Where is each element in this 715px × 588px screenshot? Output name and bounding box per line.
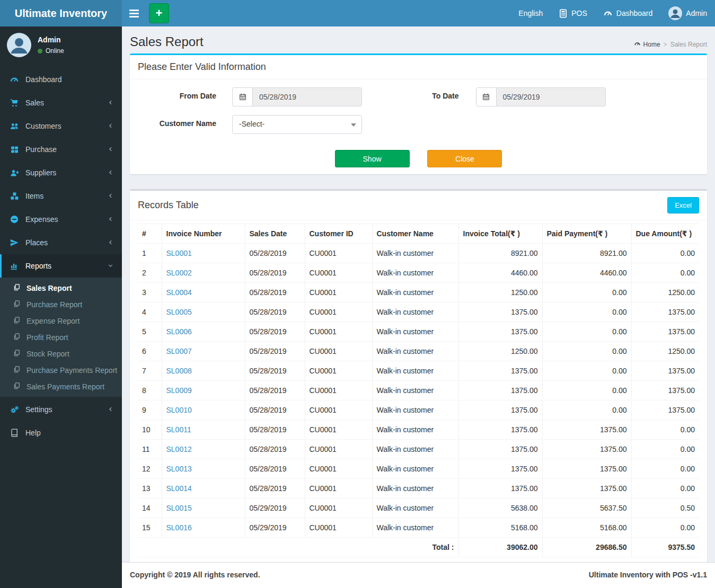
sidebar-item-suppliers[interactable]: Suppliers [0, 161, 122, 184]
cell-paid-payment: 0.00 [542, 342, 631, 361]
cell-customer-name: Walk-in customer [372, 518, 458, 538]
cell-invoice-total: 1375.00 [458, 420, 542, 440]
invoice-link[interactable]: SL0008 [166, 367, 192, 375]
total-label: Total : [138, 538, 458, 557]
cell-sales-date: 05/28/2019 [245, 479, 305, 498]
calendar-icon [476, 87, 496, 106]
submenu-item-purchase-payments-report[interactable]: Purchase Payments Report [0, 362, 122, 378]
sidebar-item-dashboard[interactable]: Dashboard [0, 68, 122, 91]
plus-icon: + [156, 6, 163, 20]
sidebar-item-reports[interactable]: Reports [0, 254, 122, 278]
page-title: Sales Report [130, 34, 707, 49]
cell-invoice: SL0002 [162, 263, 245, 283]
language-menu[interactable]: English [510, 0, 551, 26]
brand-logo[interactable]: Ultimate Inventory [0, 0, 122, 26]
gauge-icon [603, 8, 613, 18]
excel-export-button[interactable]: Excel [667, 197, 699, 213]
user-plus-icon [9, 167, 20, 178]
files-icon [13, 300, 22, 309]
cell-paid-payment: 1375.00 [542, 440, 631, 459]
sidebar-item-purchase[interactable]: Purchase [0, 138, 122, 161]
cell-due-amount: 0.00 [631, 518, 699, 538]
invoice-link[interactable]: SL0010 [166, 406, 192, 414]
cell-due-amount: 0.00 [631, 420, 699, 440]
invoice-link[interactable]: SL0013 [166, 465, 192, 473]
table-row: 12SL001305/28/2019CU0001Walk-in customer… [138, 459, 699, 479]
from-date-label: From Date [138, 87, 232, 106]
invoice-link[interactable]: SL0009 [166, 386, 192, 395]
customer-select[interactable]: -Select- [232, 115, 362, 134]
pos-link[interactable]: POS [551, 0, 595, 26]
version-text: Ultimate Inventory with POS -v1.1 [589, 571, 707, 579]
cell-sales-date: 05/28/2019 [245, 381, 305, 400]
user-menu[interactable]: Admin [660, 0, 715, 26]
from-date-input[interactable] [252, 87, 362, 106]
cell-invoice-total: 1375.00 [458, 440, 542, 459]
gears-icon [9, 404, 20, 415]
invoice-link[interactable]: SL0011 [166, 425, 191, 434]
sidebar-item-expenses[interactable]: Expenses [0, 208, 122, 231]
invoice-link[interactable]: SL0012 [166, 445, 192, 453]
gauge-icon [634, 40, 641, 49]
table-row: 13SL001405/28/2019CU0001Walk-in customer… [138, 479, 699, 498]
sidebar-item-settings[interactable]: Settings [0, 398, 122, 421]
to-date-input[interactable] [496, 87, 606, 106]
cell-customer-name: Walk-in customer [372, 263, 458, 283]
sidebar-item-sales[interactable]: Sales [0, 91, 122, 114]
sidebar-toggle-button[interactable] [122, 0, 146, 26]
submenu-item-sales-report[interactable]: Sales Report [0, 280, 122, 296]
cell-due-amount: 0.00 [631, 440, 699, 459]
invoice-link[interactable]: SL0007 [166, 347, 192, 355]
invoice-link[interactable]: SL0006 [166, 327, 192, 336]
invoice-link[interactable]: SL0002 [166, 269, 192, 277]
table-row: 1SL000105/28/2019CU0001Walk-in customer8… [138, 244, 699, 263]
cell-sn: 3 [138, 283, 162, 302]
invoice-link[interactable]: SL0001 [166, 249, 192, 257]
cell-customer-name: Walk-in customer [372, 342, 458, 361]
dashboard-link[interactable]: Dashboard [595, 0, 661, 26]
sidebar-item-items[interactable]: Items [0, 184, 122, 208]
cell-customer-id: CU0001 [305, 498, 372, 518]
cell-sn: 13 [138, 479, 162, 498]
column-header-sn: # [138, 224, 162, 244]
cell-paid-payment: 8921.00 [542, 244, 631, 263]
sidebar-item-customers[interactable]: Customers [0, 114, 122, 138]
submenu-item-purchase-report[interactable]: Purchase Report [0, 296, 122, 313]
invoice-link[interactable]: SL0005 [166, 308, 192, 316]
cell-sales-date: 05/28/2019 [245, 283, 305, 302]
cell-sn: 7 [138, 361, 162, 381]
cell-paid-payment: 1375.00 [542, 479, 631, 498]
sidebar-item-places[interactable]: Places [0, 231, 122, 254]
show-button[interactable]: Show [335, 150, 410, 167]
invoice-link[interactable]: SL0015 [166, 504, 192, 512]
users-icon [9, 121, 20, 131]
invoice-link[interactable]: SL0004 [166, 288, 192, 297]
close-button[interactable]: Close [427, 150, 502, 167]
online-dot-icon [38, 49, 42, 54]
cell-invoice: SL0015 [162, 498, 245, 518]
cell-invoice: SL0008 [162, 361, 245, 381]
invoice-link[interactable]: SL0014 [166, 484, 192, 493]
cell-customer-name: Walk-in customer [372, 420, 458, 440]
cell-customer-name: Walk-in customer [372, 498, 458, 518]
cell-customer-name: Walk-in customer [372, 440, 458, 459]
cell-due-amount: 1375.00 [631, 381, 699, 400]
app-window: Ultimate Inventory + English POS Dashboa… [0, 0, 715, 588]
submenu-item-stock-report[interactable]: Stock Report [0, 345, 122, 362]
sidebar-item-help[interactable]: Help [0, 421, 122, 444]
submenu-item-expense-report[interactable]: Expense Report [0, 313, 122, 329]
cell-paid-payment: 1375.00 [542, 420, 631, 440]
invoice-link[interactable]: SL0016 [166, 523, 192, 532]
cell-invoice-total: 1375.00 [458, 361, 542, 381]
cell-sales-date: 05/28/2019 [245, 302, 305, 322]
quick-add-button[interactable]: + [149, 3, 169, 23]
breadcrumb: Home > Sales Report [634, 40, 707, 49]
cell-sn: 9 [138, 400, 162, 420]
cell-sales-date: 05/28/2019 [245, 342, 305, 361]
sidebar: Admin Online Dashboard Sales Customers [0, 26, 122, 588]
cell-paid-payment: 0.00 [542, 381, 631, 400]
cell-sales-date: 05/28/2019 [245, 244, 305, 263]
submenu-item-profit-report[interactable]: Profit Report [0, 329, 122, 345]
submenu-item-sales-payments-report[interactable]: Sales Payments Report [0, 378, 122, 395]
breadcrumb-home[interactable]: Home [634, 40, 660, 49]
